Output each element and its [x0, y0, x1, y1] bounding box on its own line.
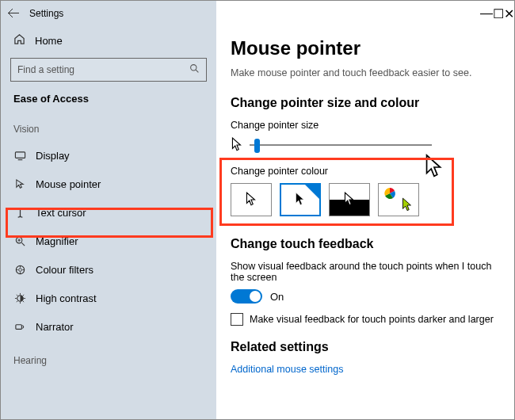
- sidebar-item-mouse-pointer[interactable]: Mouse pointer: [1, 170, 216, 198]
- sidebar-item-high-contrast[interactable]: High contrast: [1, 284, 216, 312]
- mouse-pointer-icon: [13, 178, 26, 190]
- narrator-icon: [13, 320, 26, 333]
- svg-point-10: [18, 268, 21, 271]
- svg-line-1: [196, 70, 198, 72]
- home-icon: [13, 33, 25, 48]
- colour-option-inverted[interactable]: [329, 183, 370, 216]
- back-button[interactable]: 🡠: [1, 6, 26, 21]
- group-vision: Vision: [1, 116, 216, 141]
- colour-filters-icon: [13, 263, 26, 276]
- colour-option-white[interactable]: [231, 183, 272, 216]
- sidebar-item-colour-filters[interactable]: Colour filters: [1, 255, 216, 284]
- text-cursor-icon: [13, 206, 26, 219]
- colour-wheel-icon: [383, 187, 396, 200]
- page-title: Mouse pointer: [231, 37, 500, 59]
- home-nav[interactable]: Home: [1, 26, 216, 55]
- group-hearing: Hearing: [1, 341, 216, 372]
- svg-line-23: [22, 294, 23, 295]
- sidebar: Home Find a setting Ease of Access Visio…: [1, 26, 216, 419]
- window-title: Settings: [26, 8, 63, 19]
- section-size-colour: Change pointer size and colour: [231, 96, 500, 110]
- sidebar-item-label: Display: [36, 150, 70, 162]
- close-button[interactable]: ✕: [504, 6, 514, 21]
- sidebar-item-display[interactable]: Display: [1, 141, 216, 170]
- sidebar-item-magnifier[interactable]: Magnifier: [1, 227, 216, 255]
- search-placeholder: Find a setting: [17, 64, 189, 75]
- sidebar-item-label: Narrator: [36, 321, 74, 333]
- section-related: Related settings: [231, 340, 500, 354]
- sidebar-item-label: Mouse pointer: [36, 178, 101, 190]
- small-cursor-icon: [231, 137, 243, 153]
- maximize-button[interactable]: ☐: [493, 6, 504, 21]
- svg-point-0: [191, 65, 196, 71]
- slider-thumb[interactable]: [254, 139, 260, 153]
- svg-rect-24: [15, 324, 21, 329]
- minimize-button[interactable]: —: [480, 6, 493, 21]
- label-pointer-colour: Change pointer colour: [231, 166, 500, 177]
- sidebar-item-label: Magnifier: [36, 235, 78, 247]
- category-heading: Ease of Access: [1, 90, 216, 116]
- page-subtitle: Make mouse pointer and touch feedback ea…: [231, 67, 500, 78]
- sidebar-item-label: High contrast: [36, 292, 97, 304]
- display-icon: [13, 149, 26, 162]
- svg-rect-2: [15, 151, 25, 158]
- svg-line-20: [16, 294, 17, 295]
- link-additional-mouse-settings[interactable]: Additional mouse settings: [231, 364, 500, 375]
- magnifier-icon: [13, 235, 26, 247]
- touch-desc: Show visual feedback around the touch po…: [231, 261, 500, 283]
- check-icon: ✓: [312, 184, 319, 193]
- section-touch: Change touch feedback: [231, 237, 500, 251]
- sidebar-item-label: Text cursor: [36, 207, 86, 219]
- home-label: Home: [35, 35, 63, 47]
- svg-line-22: [16, 300, 17, 301]
- svg-line-6: [21, 242, 25, 246]
- colour-option-black[interactable]: ✓: [280, 183, 321, 216]
- sidebar-item-label: Colour filters: [36, 264, 93, 276]
- pointer-size-slider[interactable]: [250, 144, 432, 146]
- label-pointer-size: Change pointer size: [231, 120, 500, 131]
- sidebar-item-text-cursor[interactable]: Text cursor: [1, 198, 216, 227]
- darker-larger-checkbox[interactable]: [231, 313, 243, 326]
- colour-option-custom[interactable]: [378, 183, 419, 216]
- main-content: Mouse pointer Make mouse pointer and tou…: [216, 26, 514, 419]
- high-contrast-icon: [13, 292, 26, 304]
- toggle-state-label: On: [270, 291, 284, 303]
- sidebar-item-narrator[interactable]: Narrator: [1, 312, 216, 341]
- svg-line-21: [22, 300, 23, 301]
- search-input[interactable]: Find a setting: [10, 58, 207, 82]
- touch-feedback-toggle[interactable]: [231, 289, 262, 304]
- checkbox-label: Make visual feedback for touch points da…: [250, 314, 494, 325]
- search-icon: [189, 63, 200, 76]
- pointer-colour-tiles: ✓: [231, 183, 500, 216]
